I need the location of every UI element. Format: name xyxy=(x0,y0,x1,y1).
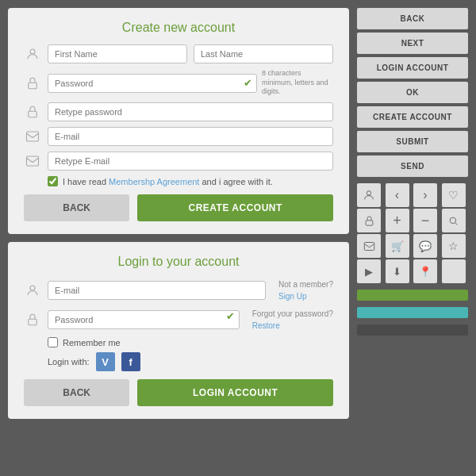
password-wrapper: ✔ xyxy=(48,74,257,93)
social-v-button[interactable]: V xyxy=(96,352,115,371)
password-hint: 8 characters minimum, letters and digits… xyxy=(262,69,333,97)
svg-point-0 xyxy=(30,49,35,54)
svg-rect-3 xyxy=(27,132,39,141)
right-login-button[interactable]: LOGIN ACCOUNT xyxy=(357,57,468,79)
user-icon xyxy=(24,45,41,63)
agreement-text: I have read Membershp Agreement and i ag… xyxy=(63,177,273,186)
icon-star[interactable]: ☆ xyxy=(442,234,466,258)
svg-point-9 xyxy=(450,217,456,224)
icon-pin[interactable]: 📍 xyxy=(413,259,437,283)
retype-password-field xyxy=(48,102,333,121)
create-account-btn-row: BACK CREATE ACCOUNT xyxy=(24,194,333,221)
not-member-text: Not a member? xyxy=(278,278,333,290)
create-account-button[interactable]: CREATE ACCOUNT xyxy=(137,194,333,221)
name-row xyxy=(24,44,333,63)
agreement-checkbox[interactable] xyxy=(48,176,58,186)
agreement-link[interactable]: Membershp Agreement xyxy=(109,177,199,186)
icon-next[interactable]: › xyxy=(413,183,437,207)
restore-link[interactable]: Restore xyxy=(252,320,333,332)
name-fields xyxy=(48,44,333,63)
first-name-field xyxy=(48,44,187,63)
icon-play[interactable]: ▶ xyxy=(357,259,381,283)
icon-mail[interactable] xyxy=(357,234,381,258)
sign-up-link[interactable]: Sign Up xyxy=(278,290,333,302)
login-account-button[interactable]: LOGIN ACCOUNT xyxy=(137,379,333,406)
icon-chat[interactable]: 💬 xyxy=(413,234,437,258)
lock-icon xyxy=(24,75,41,92)
login-email-field xyxy=(48,281,266,300)
svg-rect-4 xyxy=(27,156,39,166)
login-password-wrapper: ✔ xyxy=(48,310,240,329)
left-panel: Create new account xyxy=(8,8,349,468)
swatch-green[interactable] xyxy=(357,290,468,301)
icon-empty xyxy=(442,259,466,283)
forgot-text: Forgot your password? xyxy=(252,308,333,320)
create-account-title: Create new account xyxy=(24,21,333,35)
email-icon xyxy=(24,128,41,145)
social-f-button[interactable]: f xyxy=(121,352,140,371)
icon-minus[interactable]: − xyxy=(413,209,437,232)
create-back-button[interactable]: BACK xyxy=(24,194,129,221)
icon-prev[interactable]: ‹ xyxy=(386,183,409,207)
email-field xyxy=(48,127,333,146)
icon-heart[interactable]: ♡ xyxy=(442,183,466,207)
svg-point-7 xyxy=(367,191,370,195)
right-next-button[interactable]: NEXT xyxy=(357,33,468,54)
create-account-card: Create new account xyxy=(8,8,349,234)
right-submit-button[interactable]: SUBMIT xyxy=(357,131,468,152)
icon-cart[interactable]: 🛒 xyxy=(386,234,409,258)
icon-search[interactable] xyxy=(442,209,466,232)
remember-label: Remember me xyxy=(63,338,121,347)
svg-rect-10 xyxy=(364,242,374,250)
login-email-row: Not a member? Sign Up xyxy=(24,278,333,302)
password-check-icon: ✔ xyxy=(244,77,252,89)
right-create-button[interactable]: CREATE ACCOUNT xyxy=(357,106,468,128)
retype-email-field xyxy=(48,152,333,171)
email-input[interactable] xyxy=(48,127,333,146)
right-panel: BACK NEXT LOGIN ACCOUNT OK CREATE ACCOUN… xyxy=(357,8,468,468)
svg-rect-1 xyxy=(29,83,37,89)
forgot-password-section: Forgot your password? Restore xyxy=(252,308,333,332)
password-field-group: ✔ 8 characters minimum, letters and digi… xyxy=(48,69,333,97)
email2-icon xyxy=(24,152,41,170)
password-input[interactable] xyxy=(48,74,257,93)
right-send-button[interactable]: SEND xyxy=(357,155,468,177)
login-password-input[interactable] xyxy=(48,310,240,329)
login-btn-row: BACK LOGIN ACCOUNT xyxy=(24,379,333,406)
agreement-row: I have read Membershp Agreement and i ag… xyxy=(48,176,333,186)
icon-download[interactable]: ⬇ xyxy=(386,259,409,283)
login-email-input[interactable] xyxy=(48,281,266,300)
right-back-button[interactable]: BACK xyxy=(357,8,468,29)
last-name-field xyxy=(194,44,333,63)
first-name-input[interactable] xyxy=(48,44,187,63)
right-ok-button[interactable]: OK xyxy=(357,82,468,103)
login-lock-icon xyxy=(24,311,41,328)
retype-password-row xyxy=(24,102,333,121)
password-row: ✔ 8 characters minimum, letters and digi… xyxy=(24,69,333,97)
last-name-input[interactable] xyxy=(194,44,333,63)
swatch-dark[interactable] xyxy=(357,324,468,336)
login-password-check-icon: ✔ xyxy=(226,310,235,322)
retype-email-input[interactable] xyxy=(48,152,333,171)
swatch-teal[interactable] xyxy=(357,307,468,318)
svg-point-5 xyxy=(30,286,35,290)
icon-plus[interactable]: + xyxy=(386,209,409,232)
retype-email-row xyxy=(24,152,333,171)
login-user-icon xyxy=(24,282,41,299)
icon-grid: ‹ › ♡ + − 🛒 💬 ☆ ▶ xyxy=(357,183,468,283)
login-with-label: Login with: xyxy=(48,357,90,367)
login-card: Login to your account Not a member? Sign… xyxy=(8,242,349,419)
login-password-row: ✔ Forgot your password? Restore xyxy=(24,308,333,332)
login-back-button[interactable]: BACK xyxy=(24,379,129,406)
retype-password-input[interactable] xyxy=(48,102,333,121)
icon-lock[interactable] xyxy=(357,209,381,232)
lock2-icon xyxy=(24,103,41,121)
email-row xyxy=(24,127,333,146)
icon-user[interactable] xyxy=(357,183,381,207)
svg-rect-8 xyxy=(366,220,373,225)
not-member-section: Not a member? Sign Up xyxy=(278,278,333,302)
login-with-row: Login with: V f xyxy=(48,352,333,371)
remember-checkbox[interactable] xyxy=(48,337,58,347)
login-title: Login to your account xyxy=(24,255,333,269)
svg-rect-6 xyxy=(29,319,37,325)
